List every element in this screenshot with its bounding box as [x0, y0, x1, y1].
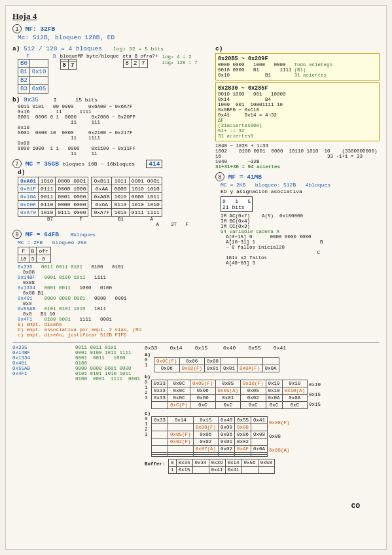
rne4: 1040 →32B	[215, 159, 380, 164]
page-title: Hoja 4	[12, 11, 380, 22]
rm-row3: 1000 001 10001111 10	[218, 102, 377, 107]
fb-label: F B	[18, 54, 56, 59]
s8-acl1: IM AC(0x7) A(5) 0x100000	[215, 213, 380, 219]
addr-0x55ab-b: 0x55AB	[12, 366, 71, 371]
section-8: 8 MF = 41MB MC = 2KB bloqueo: 512B 4bloq…	[215, 172, 380, 266]
empt-associativa: b) empt. associativa por empl. 2 vias, (…	[12, 327, 209, 332]
fb-val2	[29, 77, 48, 85]
tc-0x41: 0x41	[251, 417, 268, 424]
bin-0x1334: 0001 0011 1000 0100	[75, 355, 141, 366]
fb-val3: 0x05	[29, 85, 48, 94]
label-table-a: a)	[145, 352, 380, 357]
fb-table-container: F B B0 B10x10 B2 B30x05	[18, 54, 56, 94]
tb-0x10A: 0x10(A)	[282, 387, 308, 395]
addr-0x4f1: 0x4F1 0100 0001 1111 0001	[12, 317, 209, 322]
bin-0x14bf: 0001 0100 1011 1111	[75, 350, 141, 355]
tb-0x0a-c: 0x0A	[266, 395, 282, 402]
ta-0x02F: 0x02(F)	[179, 365, 205, 372]
rm-n2: (31aciertes000)	[218, 123, 377, 128]
tb-0xA: 0x0S(A)	[215, 387, 241, 395]
b-line2: 0001 0000 0 1 0000 0x2080 ~ 0x20FF	[12, 115, 209, 120]
mc-s-ofr: ofr	[37, 247, 50, 255]
rm-n4: 31 aciertes0	[218, 134, 377, 139]
section-num-1: 1	[12, 24, 22, 33]
rm-row2: 0x14 B4	[218, 97, 377, 102]
d-table1: 0xA0110100000 0001 0x81F01110000 1000 0x…	[18, 177, 88, 227]
tb-0x01-c: 0x01	[215, 395, 241, 402]
addr-0x14bf-note: 0x88	[12, 280, 209, 285]
rnb-1: 1	[145, 385, 150, 390]
buf-row1: 1	[169, 467, 177, 474]
mc-s-18: 18	[18, 255, 29, 263]
binary-col: 0011 0011 0101 0001 0100 1011 1111 0001 …	[75, 345, 141, 474]
tc-blank2	[168, 424, 194, 431]
addr-0x401-b: 0x401	[12, 361, 71, 366]
co-label: CO	[351, 502, 360, 510]
d2-0000-b: 0000 1011	[129, 193, 162, 201]
table-c-container: 0 1 2 3 0x33 0x14 0x15 0x40 0x55 0x41	[145, 416, 380, 457]
tb-0x06-c: 0x06	[190, 395, 216, 402]
bloqueup-table: 87	[60, 59, 77, 70]
tc-blank4	[152, 431, 168, 439]
buffer-section: Buffer: 0 0x34 0x34 0x39 0x14 0x56 0x58	[145, 459, 380, 474]
addr-0x1334-note: 0x88 B1	[12, 291, 209, 296]
buf-row0: 0	[169, 459, 177, 467]
buf-0x56: 0x56	[241, 459, 258, 467]
rnc-1: 1	[145, 421, 150, 427]
buf-0x58: 0x58	[258, 459, 274, 467]
row-nums-a: 0 1	[145, 357, 152, 372]
bloqueup-table-container: bloqueMP byte/bloque 87	[60, 54, 119, 70]
mc-2fb-258: MC = 2FB bloqueo 258	[12, 240, 209, 245]
d2-1011: 1011	[112, 177, 129, 185]
section-num-8: 8	[215, 172, 224, 181]
rt-n3: 31 aciertes	[294, 73, 333, 78]
bloq-val7: 7	[68, 62, 76, 70]
d-0000: 0000 0000	[56, 201, 88, 209]
addr-0x401-note: 0x0	[12, 301, 209, 306]
rm-row1: 0010 1000 001 10000	[218, 92, 377, 97]
eta-table: 827	[123, 59, 148, 68]
tb-0x0a-c2: 0x0A	[282, 395, 308, 402]
rm-row5: 0x41 0x14 = 4→32	[218, 113, 377, 118]
tb-0xCF: 0xC(F)	[168, 402, 190, 409]
b-0x08: 0x08	[12, 141, 209, 146]
addr-0x55ab-note: 0x0 B1 10	[12, 312, 209, 317]
tb-0x06-b: 0x06	[190, 387, 216, 395]
d-0110: 0110	[39, 201, 56, 209]
rt-row1: 0000 0000 1000 0000	[218, 62, 292, 67]
tb-0x33: 0x33	[152, 380, 168, 387]
addr-0x14bf: 0x14BF 0001 0100 1011 1111	[12, 275, 209, 280]
tc-0x40: 0x40	[219, 417, 235, 424]
buf-0x41-2: 0x41	[225, 467, 241, 474]
bloq-val8: 8	[60, 62, 68, 70]
d-0111: 0111	[39, 185, 56, 193]
tc-0x14: 0x14	[168, 417, 194, 424]
ta-blank1	[221, 358, 238, 365]
range-mid-label: 0x2830 ~ 0x285F	[218, 85, 377, 92]
tb-0x33-c: 0x33	[152, 395, 168, 402]
tc-0x05F: 0x05(F)	[168, 431, 194, 439]
ta-0x06-2: 0x06	[154, 365, 180, 372]
d-0x81: 0x81F	[18, 185, 39, 193]
s8-a-16-31: A[16~31] 1 B	[226, 240, 380, 245]
d2-0xa0b: 0xA0B	[92, 193, 112, 201]
tc-blank15	[152, 455, 168, 457]
buf-0x15-2: 0x15	[176, 467, 192, 474]
c-side-vals: 0x08(F) 0x08 0x08(A)	[269, 416, 290, 457]
ta-0x01: 0x01	[205, 365, 221, 372]
d-tables: 0xA0110100000 0001 0x81F01110000 1000 0x…	[18, 177, 209, 227]
rt-notes: Todo acietego (B1) 31 aciertes	[294, 62, 333, 78]
tc-blank17	[193, 455, 219, 457]
rnb-2: 2	[145, 390, 150, 395]
tb-0x0SF: 0x05(F)	[190, 380, 216, 387]
8bloques: 8bloques	[70, 232, 95, 238]
log128-7: log₂ 128 = 7	[162, 60, 198, 65]
left-col: a) 512 / 128 = 4 bloques log₂ 32 = 5 bit…	[12, 45, 209, 340]
d-1010: 1010	[39, 177, 56, 185]
bloqueup-label: bloqueMP byte/bloque	[60, 54, 119, 59]
ta-0xF: 0x0C(F)	[154, 358, 180, 365]
main-two-col: a) 512 / 128 = 4 bloques log₂ 32 = 5 bit…	[12, 45, 380, 340]
ta-0x08: 0x08	[205, 358, 221, 365]
tb-blank	[152, 402, 168, 409]
rn-1: 1	[145, 363, 152, 368]
